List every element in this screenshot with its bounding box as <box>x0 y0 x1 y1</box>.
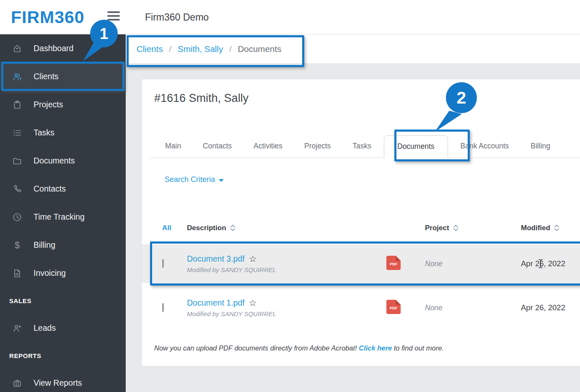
breadcrumb-current-documents: Documents <box>238 44 281 54</box>
project-value: None <box>425 260 443 268</box>
column-header-modified[interactable]: Modified <box>521 223 580 232</box>
client-tabs: Main Contacts Activities Projects Tasks … <box>150 134 580 158</box>
modified-by-text: Modified by SANDY SQUIRREL <box>187 266 386 273</box>
sidebar-item-invoicing[interactable]: Invoicing <box>0 259 126 287</box>
acrobat-upload-note: Now you can upload PDF documents directl… <box>154 344 444 352</box>
clipboard-icon <box>12 99 23 110</box>
sidebar-section-sales: SALES <box>0 287 126 314</box>
page-title: #1616 Smith, Sally <box>154 92 249 105</box>
top-header-bar: FIRM360 Firm360 Demo <box>0 0 580 34</box>
favorite-star-icon[interactable]: ☆ <box>249 299 257 307</box>
pdf-file-icon: PDF <box>386 264 401 271</box>
svg-text:PDF: PDF <box>390 262 398 266</box>
tab-tasks[interactable]: Tasks <box>352 142 371 158</box>
client-detail-card: #1616 Smith, Sally Main Contacts Activit… <box>141 79 580 366</box>
sidebar-item-label: Documents <box>34 156 75 166</box>
sidebar-section-reports: REPORTS <box>0 342 126 369</box>
breadcrumb-clients[interactable]: Clients <box>137 44 163 54</box>
sidebar-item-label: Projects <box>34 100 63 109</box>
row-checkbox[interactable] <box>162 303 164 312</box>
tab-projects[interactable]: Projects <box>304 142 331 158</box>
modified-by-text: Modified by SANDY SQUIRREL <box>187 310 386 317</box>
sidebar-item-label: Contacts <box>34 184 66 194</box>
text-cursor <box>538 259 544 271</box>
table-row-document-1[interactable]: Document 1.pdf ☆ Modified by SANDY SQUIR… <box>142 289 580 326</box>
sidebar-item-clients[interactable]: Clients <box>0 62 126 91</box>
breadcrumb-separator: / <box>229 44 231 54</box>
clock-icon <box>12 212 23 223</box>
sidebar-item-label: Dashboard <box>34 44 73 53</box>
document-link[interactable]: Document 3.pdf <box>187 254 245 264</box>
workspace-title: Firm360 Demo <box>145 12 209 23</box>
person-plus-icon <box>12 323 23 334</box>
sidebar-item-contacts[interactable]: Contacts <box>0 175 126 203</box>
tab-bank-accounts[interactable]: Bank Accounts <box>461 142 509 158</box>
sidebar-item-tasks[interactable]: Tasks <box>0 119 126 147</box>
clients-people-icon <box>12 71 23 82</box>
sidebar-item-label: Tasks <box>34 128 54 138</box>
document-link[interactable]: Document 1.pdf <box>187 298 245 308</box>
sidebar-item-documents[interactable]: Documents <box>0 147 126 175</box>
task-list-icon <box>12 127 23 138</box>
tab-billing[interactable]: Billing <box>531 142 550 158</box>
sidebar-item-label: View Reports <box>34 378 82 388</box>
hamburger-menu-icon[interactable] <box>107 11 120 22</box>
sidebar-item-dashboard[interactable]: Dashboard <box>0 34 126 62</box>
sidebar-item-view-reports[interactable]: View Reports <box>0 369 126 392</box>
sidebar-item-time-tracking[interactable]: Time Tracking <box>0 203 126 231</box>
breadcrumb-client-name[interactable]: Smith, Sally <box>178 44 223 54</box>
sidebar-item-label: Clients <box>34 72 59 81</box>
search-criteria-label: Search Criteria <box>165 175 215 184</box>
column-header-description[interactable]: Description <box>187 223 386 232</box>
home-icon <box>12 43 23 54</box>
briefcase-icon <box>12 378 23 389</box>
sidebar-item-label: Time Tracking <box>34 212 85 222</box>
svg-text:PDF: PDF <box>390 306 398 310</box>
sort-icon <box>453 223 459 232</box>
sort-icon <box>554 223 560 232</box>
table-row-document-3[interactable]: Document 3.pdf ☆ Modified by SANDY SQUIR… <box>142 244 580 283</box>
click-here-link[interactable]: Click here <box>359 344 392 352</box>
sidebar-item-projects[interactable]: Projects <box>0 91 126 119</box>
documents-table-header: All Description Project Modified <box>142 223 580 238</box>
column-header-project[interactable]: Project <box>425 223 521 232</box>
modified-date: Apr 26, 2022 <box>521 259 565 268</box>
phone-icon <box>12 184 23 195</box>
breadcrumb: Clients / Smith, Sally / Documents <box>126 34 580 64</box>
favorite-star-icon[interactable]: ☆ <box>249 254 257 263</box>
sidebar-item-label: Billing <box>34 240 55 250</box>
sidebar-item-label: Invoicing <box>34 268 66 278</box>
row-checkbox[interactable] <box>162 259 164 268</box>
pdf-file-icon: PDF <box>386 308 401 315</box>
tab-documents[interactable]: Documents <box>384 135 448 158</box>
dollar-icon: $ <box>12 240 23 251</box>
breadcrumb-separator: / <box>169 44 171 54</box>
sidebar-item-label: Leads <box>34 323 56 333</box>
project-value: None <box>425 304 443 312</box>
tab-activities[interactable]: Activities <box>254 142 282 158</box>
search-criteria-toggle[interactable]: Search Criteria <box>165 175 224 184</box>
tab-main[interactable]: Main <box>165 142 181 158</box>
sidebar-item-billing[interactable]: $ Billing <box>0 231 126 259</box>
column-header-all[interactable]: All <box>162 224 187 232</box>
folder-icon <box>12 156 23 166</box>
tab-contacts[interactable]: Contacts <box>203 142 232 158</box>
modified-date: Apr 26, 2022 <box>521 303 565 312</box>
chevron-down-icon <box>219 179 224 182</box>
sidebar-nav: Dashboard Clients Projects Tasks Documen… <box>0 34 126 392</box>
invoice-document-icon <box>12 268 23 279</box>
sort-icon <box>230 223 236 232</box>
sidebar-item-leads[interactable]: Leads <box>0 314 126 342</box>
firm360-logo[interactable]: FIRM360 <box>11 8 85 27</box>
